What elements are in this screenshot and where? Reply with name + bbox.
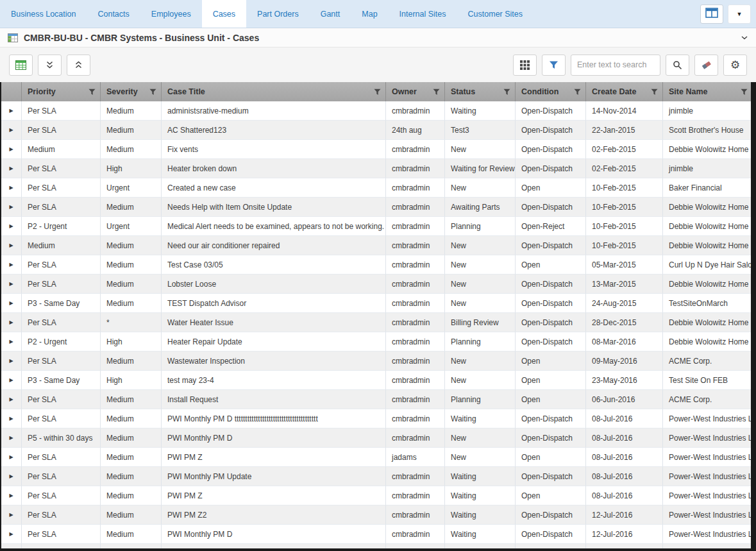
- table-row[interactable]: ▶P3 - Same DayMediumTEST Dispatch Adviso…: [1, 294, 751, 313]
- table-row[interactable]: ▶Per SLAUrgentCreated a new casecmbradmi…: [1, 178, 751, 198]
- column-filter-funnel-icon[interactable]: [503, 89, 510, 96]
- row-expand-icon[interactable]: ▶: [1, 505, 22, 525]
- row-expand-icon[interactable]: ▶: [1, 178, 22, 198]
- table-row[interactable]: ▶P3 - Same DayHightest may 23-4cmbradmin…: [1, 371, 751, 390]
- table-row[interactable]: ▶Per SLAMediumAC Shattered12324th augTes…: [1, 121, 751, 140]
- row-expand-icon[interactable]: ▶: [1, 525, 22, 544]
- column-filter-funnel-icon[interactable]: [88, 89, 96, 96]
- column-filter-funnel-icon[interactable]: [741, 89, 748, 96]
- export-excel-button[interactable]: [9, 55, 33, 76]
- table-row[interactable]: ▶Per SLAHighHeater broken downcmbradminW…: [1, 159, 751, 178]
- table-row[interactable]: ▶Per SLAMediumPWI Monthly PM Updatecmbra…: [1, 467, 751, 486]
- table-row[interactable]: ▶Per SLAMediumPWI Monthly PM DcmbradminW…: [1, 525, 751, 544]
- row-expand-icon[interactable]: ▶: [1, 352, 22, 371]
- table-row[interactable]: ▶Per SLAMediumadministsrative-mediumcmbr…: [1, 101, 751, 121]
- grid-cell-case-title: PWI Monthly PM Update: [162, 467, 386, 486]
- tab-business-location[interactable]: Business Location: [0, 0, 87, 28]
- table-row[interactable]: ▶Per SLAMediumPWI PM ZcmbradminWaitingOp…: [1, 486, 751, 505]
- grid-cell-status: Planning: [445, 332, 516, 352]
- collapse-all-rows-button[interactable]: [67, 55, 90, 76]
- column-filter-funnel-icon[interactable]: [374, 89, 381, 96]
- grid-cell-site-name: ACME Corp.: [663, 352, 752, 371]
- grid-cell-severity: High: [101, 371, 162, 390]
- filter-button[interactable]: [542, 55, 566, 76]
- row-expand-icon[interactable]: ▶: [1, 121, 22, 140]
- table-row[interactable]: ▶Per SLA*Water Heater IssuecmbradminBill…: [1, 313, 751, 332]
- tab-customer-sites[interactable]: Customer Sites: [457, 0, 533, 28]
- table-row[interactable]: ▶P5 - within 30 daysMediumPWI Monthly PM…: [1, 428, 751, 448]
- tab-part-orders[interactable]: Part Orders: [246, 0, 310, 28]
- table-row[interactable]: ▶Per SLAMediumPWI PM ZjadamsNewOpen08-Ju…: [1, 448, 751, 467]
- table-row[interactable]: ▶Per SLAMediumNeeds Help with Item Onsit…: [1, 198, 751, 217]
- clear-search-button[interactable]: [694, 55, 718, 76]
- tab-employees[interactable]: Employees: [140, 0, 202, 28]
- row-expand-icon[interactable]: ▶: [1, 140, 22, 159]
- column-header-status[interactable]: Status: [445, 82, 516, 101]
- column-header-owner[interactable]: Owner: [386, 82, 445, 101]
- table-row[interactable]: ▶Per SLAMediumPWI Monthly PM D ttttttttt…: [1, 409, 751, 428]
- expand-all-rows-button[interactable]: [38, 55, 62, 76]
- row-expand-icon[interactable]: ▶: [1, 486, 22, 505]
- tab-cases[interactable]: Cases: [202, 0, 246, 28]
- row-expand-icon[interactable]: ▶: [1, 294, 22, 313]
- settings-button[interactable]: ⚙: [723, 55, 747, 76]
- tabbar-dropdown-button[interactable]: ▼: [728, 4, 751, 24]
- column-filter-funnel-icon[interactable]: [433, 89, 440, 96]
- grid-cell-status: Waiting: [445, 486, 516, 505]
- tab-contacts[interactable]: Contacts: [87, 0, 140, 28]
- search-button[interactable]: [666, 55, 689, 76]
- tab-bar: Business LocationContactsEmployeesCasesP…: [0, 0, 756, 28]
- table-row[interactable]: ▶Per SLAMediumTest Case 03/05cmbradminNe…: [1, 255, 751, 275]
- row-expand-icon[interactable]: ▶: [1, 236, 22, 255]
- table-row[interactable]: ▶MediumMediumNeed our air conditioner re…: [1, 236, 751, 255]
- grid-module-icon: [8, 33, 18, 42]
- layout-columns-button[interactable]: [700, 4, 723, 24]
- grid-cell-site-name: Power-West Industries Ltd: [663, 525, 752, 544]
- row-expand-icon[interactable]: ▶: [1, 467, 22, 486]
- column-filter-funnel-icon[interactable]: [574, 89, 581, 96]
- column-filter-funnel-icon[interactable]: [149, 89, 156, 96]
- table-row[interactable]: ▶Per SLAMediumInstall RequestcmbradminPl…: [1, 390, 751, 409]
- table-row[interactable]: ▶P2 - UrgentUrgentMedical Alert needs to…: [1, 217, 751, 236]
- table-row[interactable]: ▶Per SLAMediumWastewater Inspectioncmbra…: [1, 352, 751, 371]
- table-row[interactable]: ▶Per SLAMediumLobster LoosecmbradminNewO…: [1, 275, 751, 294]
- row-expand-icon[interactable]: ▶: [1, 255, 22, 275]
- row-expand-icon[interactable]: ▶: [1, 313, 22, 332]
- grid-cell-condition: Open-Reject: [516, 217, 586, 236]
- row-expand-icon[interactable]: ▶: [1, 409, 22, 428]
- grid-cell-case-title: PWI PM Z: [162, 448, 386, 467]
- row-expand-icon[interactable]: ▶: [1, 159, 22, 178]
- vertical-scrollbar[interactable]: [751, 82, 756, 551]
- column-header-label: Case Title: [167, 87, 205, 96]
- tab-map[interactable]: Map: [351, 0, 388, 28]
- grid-cell-owner: cmbradmin: [386, 409, 445, 428]
- column-filter-funnel-icon[interactable]: [651, 89, 658, 96]
- column-header-condition[interactable]: Condition: [516, 82, 586, 101]
- row-expand-icon[interactable]: ▶: [1, 390, 22, 409]
- row-expand-icon[interactable]: ▶: [1, 332, 22, 352]
- column-header-create-date[interactable]: Create Date: [586, 82, 663, 101]
- grid-cell-owner: cmbradmin: [386, 428, 445, 448]
- row-expand-icon[interactable]: ▶: [1, 448, 22, 467]
- column-header-severity[interactable]: Severity: [101, 82, 162, 101]
- column-header-priority[interactable]: Priority: [22, 82, 101, 101]
- table-row[interactable]: ▶P2 - UrgentHighHeater Repair Updatecmbr…: [1, 332, 751, 352]
- row-expand-icon[interactable]: ▶: [1, 428, 22, 448]
- row-expand-icon[interactable]: ▶: [1, 217, 22, 236]
- tab-gantt[interactable]: Gantt: [310, 0, 351, 28]
- grid-cell-severity: Medium: [101, 198, 162, 217]
- column-header-case-title[interactable]: Case Title: [162, 82, 386, 101]
- search-input[interactable]: [571, 55, 660, 76]
- row-expand-icon[interactable]: ▶: [1, 101, 22, 121]
- tab-internal-sites[interactable]: Internal Sites: [389, 0, 457, 28]
- table-row[interactable]: ▶Per SLAMediumPWI PM Z2cmbradminWaitingO…: [1, 505, 751, 525]
- row-expand-icon[interactable]: ▶: [1, 198, 22, 217]
- grid-cell-priority: Per SLA: [22, 198, 101, 217]
- row-expand-icon[interactable]: ▶: [1, 371, 22, 390]
- row-expand-icon[interactable]: ▶: [1, 275, 22, 294]
- column-header-site-name[interactable]: Site Name: [663, 82, 752, 101]
- column-chooser-button[interactable]: [513, 55, 537, 76]
- grid-cell-owner: cmbradmin: [386, 178, 445, 198]
- table-row[interactable]: ▶MediumMediumFix ventscmbradminNewOpen-D…: [1, 140, 751, 159]
- collapse-panel-chevron-icon[interactable]: [741, 35, 748, 40]
